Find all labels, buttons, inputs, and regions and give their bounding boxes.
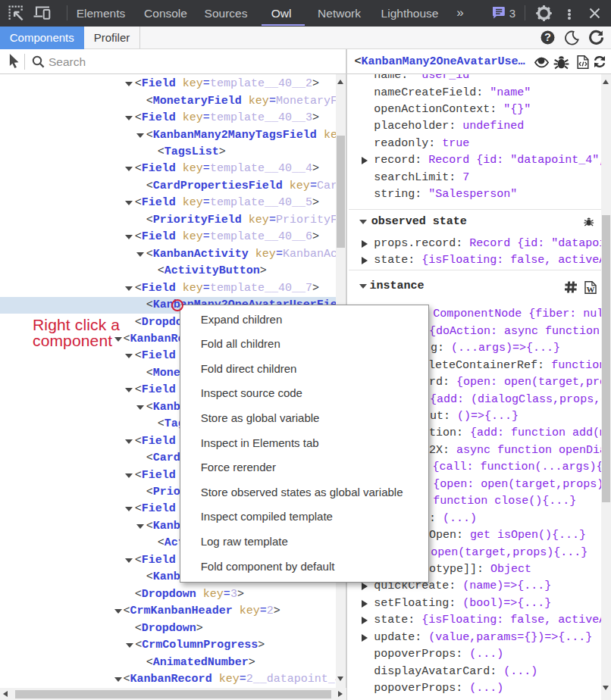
- svg-text:W: W: [586, 285, 594, 294]
- svg-text:?: ?: [544, 31, 551, 43]
